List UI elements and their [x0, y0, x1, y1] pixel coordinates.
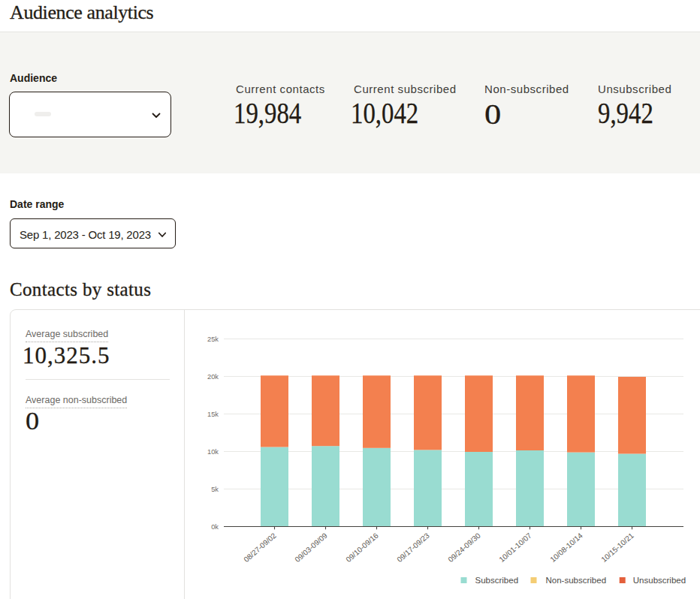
- svg-text:10/08-10/14: 10/08-10/14: [548, 531, 584, 564]
- svg-text:09/17-09/23: 09/17-09/23: [395, 531, 431, 564]
- svg-text:20k: 20k: [207, 373, 219, 381]
- svg-text:Non-subscribed: Non-subscribed: [546, 576, 607, 585]
- svg-text:5k: 5k: [211, 486, 219, 493]
- svg-text:Subscribed: Subscribed: [475, 576, 519, 585]
- svg-text:10/15-10/21: 10/15-10/21: [599, 531, 635, 564]
- svg-text:09/10-09/16: 09/10-09/16: [344, 531, 380, 564]
- svg-text:15k: 15k: [207, 411, 219, 418]
- svg-text:0k: 0k: [211, 523, 219, 531]
- svg-text:09/24-09/30: 09/24-09/30: [446, 531, 482, 564]
- svg-text:25k: 25k: [207, 336, 219, 343]
- svg-text:10/01-10/07: 10/01-10/07: [497, 531, 533, 564]
- svg-text:09/03-09/09: 09/03-09/09: [293, 531, 329, 564]
- svg-text:Unsubscribed: Unsubscribed: [633, 576, 686, 585]
- svg-text:10k: 10k: [207, 448, 219, 456]
- svg-text:08/27-09/02: 08/27-09/02: [242, 531, 278, 564]
